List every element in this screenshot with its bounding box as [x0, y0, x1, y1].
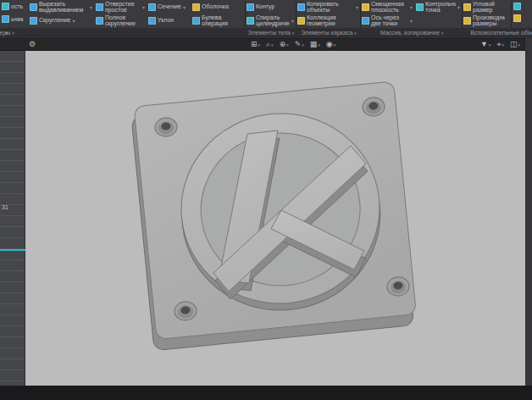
chevron-down-icon: ▾ — [410, 4, 413, 10]
ribbon: ость ьник Вырезать выдавливанием ▾ — [0, 0, 532, 28]
eye-icon: ◉ — [326, 39, 333, 50]
fillet-button[interactable]: Скругление ▾ — [28, 14, 94, 27]
chevron-down-icon: ▾ — [271, 42, 274, 47]
ribbon-group-labels: ▾ Элементы тела ▾ Элементы каркаса ▾ Мас… — [0, 28, 532, 38]
model-canvas[interactable] — [25, 51, 525, 386]
axis-two-points-button[interactable]: Ось через две точки ▾ — [360, 14, 414, 27]
funnel-icon: ▼ — [480, 39, 488, 50]
geometry-collection-icon — [297, 17, 305, 25]
chevron-down-icon: ▾ — [441, 31, 444, 36]
layers-icon: ▦ — [310, 39, 318, 50]
contour-icon — [247, 3, 254, 11]
chevron-down-icon: ▾ — [354, 31, 357, 36]
chevron-down-icon: ▾ — [183, 4, 186, 10]
ribbon-buttons: Вырезать выдавливанием ▾ Отверстие прост… — [28, 0, 532, 28]
quick-toolbar: ⚙ ▾ ⊞ ▾ ⌕ ▾ ⊕ ▾ — [0, 38, 532, 51]
chevron-down-icon: ▾ — [72, 18, 75, 24]
magnifier-icon: ⌕ — [266, 39, 270, 50]
snap-target-icon: ⌖ — [496, 39, 501, 50]
offset-plane-button[interactable]: Смещенная плоскость ▾ — [360, 1, 414, 14]
select-button[interactable]: ⊕ ▾ — [280, 39, 289, 50]
shell-button[interactable]: Оболочка ▾ — [191, 1, 245, 14]
chevron-down-icon: ▾ — [90, 4, 92, 10]
array-copy-group[interactable]: Массив, копирование ▾ — [380, 30, 444, 36]
display-mode-button[interactable]: ◫ ▾ — [510, 39, 520, 50]
pencil-icon: ✎ — [295, 39, 302, 50]
copy-objects-icon — [297, 3, 305, 11]
section-icon — [148, 3, 156, 11]
chevron-down-icon: ▾ — [356, 4, 358, 10]
settings-button[interactable]: ⚙ ▾ — [29, 39, 39, 50]
derived-dimensions-icon — [463, 17, 471, 25]
quick-toolbar-right: ▼ ▾ ⌖ ▾ ◫ ▾ — [480, 39, 520, 50]
parameters-panel-strip[interactable]: 31 — [0, 51, 25, 386]
boolean-icon — [192, 17, 200, 25]
copy-objects-button[interactable]: Копировать объекты ▾ — [296, 1, 360, 14]
cylindrical-spiral-button[interactable]: Спираль цилиндрическ... ▾ — [245, 14, 296, 27]
quick-toolbar-center: ⊞ ▾ ⌕ ▾ ⊕ ▾ ✎ ▾ ▦ — [251, 39, 335, 50]
offset-plane-icon — [362, 3, 369, 11]
full-fillet-button[interactable]: Полное скругление ▾ — [94, 14, 147, 27]
dimensions-group[interactable]: Размеры ▾ — [0, 30, 14, 36]
status-bar — [0, 386, 532, 400]
contour-button[interactable]: Контур ▾ — [245, 1, 296, 14]
chevron-down-icon: ▾ — [286, 42, 289, 47]
geometry-collection-button[interactable]: Коллекция геометрии ▾ — [296, 14, 360, 27]
grid-button[interactable]: ⊞ ▾ — [251, 39, 260, 50]
chevron-down-icon: ▾ — [334, 42, 336, 47]
chevron-down-icon: ▾ — [142, 4, 145, 10]
control-point-icon — [416, 3, 424, 11]
frame-elements-group[interactable]: Элементы каркаса ▾ — [301, 30, 357, 36]
draft-icon — [148, 17, 156, 25]
auxiliary-objects-group[interactable]: Вспомогательные объекты ▾ — [470, 30, 532, 36]
clipped-tool-b[interactable]: ьник — [0, 13, 28, 25]
chevron-down-icon: ▾ — [410, 18, 413, 24]
chevron-down-icon: ▾ — [258, 42, 261, 47]
parameter-value: 31 — [2, 204, 8, 210]
grid-icon: ⊞ — [251, 39, 258, 50]
viewport[interactable] — [25, 51, 525, 386]
clipped-tool-icon — [2, 15, 9, 23]
right-panel-edge[interactable] — [525, 38, 532, 386]
sketch-button[interactable]: ✎ ▾ — [295, 39, 304, 50]
crosshair-icon: ⊕ — [280, 39, 286, 50]
simple-hole-button[interactable]: Отверстие простое ▾ — [94, 1, 147, 14]
draft-button[interactable]: Уклон ▾ — [147, 14, 191, 27]
cut-extrude-button[interactable]: Вырезать выдавливанием ▾ — [28, 1, 94, 14]
chevron-down-icon: ▾ — [291, 18, 294, 24]
zoom-button[interactable]: ⌕ ▾ — [266, 39, 274, 50]
angular-dimension-button[interactable]: Угловой размер ▾ — [462, 1, 511, 14]
snap-button[interactable]: ⌖ ▾ — [496, 39, 504, 50]
ribbon-clipped-right — [513, 3, 521, 22]
section-button[interactable]: Сечение ▾ — [147, 1, 191, 14]
simple-hole-icon — [96, 3, 103, 11]
quick-toolbar-left: ⚙ ▾ — [29, 39, 39, 50]
clipped-tool-icon — [2, 3, 9, 10]
derived-dimensions-button[interactable]: Производные размеры ▾ — [462, 14, 511, 27]
chevron-down-icon: ▾ — [502, 42, 504, 47]
clipped-tool-right-2[interactable] — [513, 14, 521, 22]
chevron-down-icon: ▾ — [518, 42, 520, 47]
display-mode-icon: ◫ — [510, 39, 518, 50]
chevron-down-icon: ▾ — [302, 42, 304, 47]
filter-button[interactable]: ▼ ▾ — [480, 39, 490, 50]
body-elements-group[interactable]: Элементы тела ▾ — [248, 30, 295, 36]
clipped-tool-a[interactable]: ость — [0, 0, 28, 13]
chevron-down-icon: ▾ — [318, 42, 320, 47]
gear-icon: ⚙ — [29, 39, 36, 50]
visibility-button[interactable]: ◉ ▾ — [326, 39, 335, 50]
chevron-down-icon: ▾ — [12, 31, 14, 36]
full-fillet-icon — [96, 17, 103, 25]
chevron-down-icon: ▾ — [457, 4, 460, 10]
control-point-button[interactable]: Контрольная точка ▾ — [414, 1, 462, 14]
shell-icon — [192, 3, 200, 11]
ribbon-row-2: Скругление ▾ Полное скругление ▾ Уклон ▾ — [28, 14, 532, 27]
boolean-button[interactable]: Булева операция ▾ — [191, 14, 245, 27]
cylindrical-spiral-icon — [247, 17, 254, 25]
layers-button[interactable]: ▦ ▾ — [310, 39, 320, 50]
cut-extrude-icon — [30, 3, 37, 11]
clipped-tool-right-1[interactable] — [513, 3, 521, 10]
angular-dimension-icon — [463, 3, 471, 11]
chevron-down-icon: ▾ — [292, 31, 295, 36]
selection-indicator — [0, 249, 25, 251]
